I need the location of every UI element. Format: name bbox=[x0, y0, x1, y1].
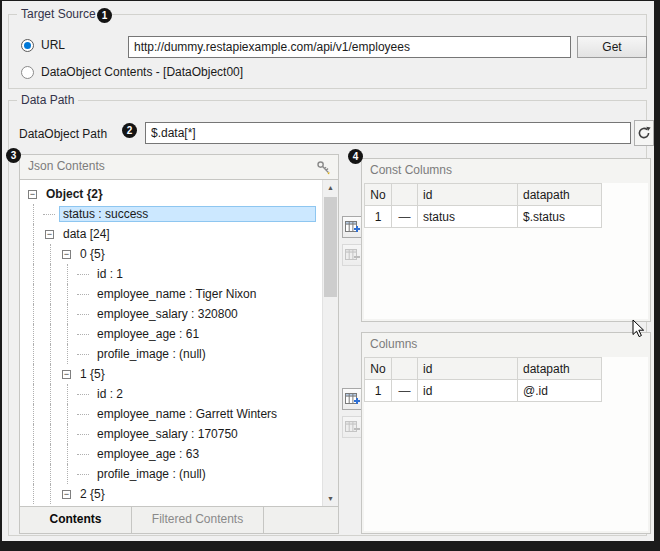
tree-item-label: employee_salary : 170750 bbox=[93, 426, 242, 442]
tree-guide-line bbox=[26, 484, 43, 504]
scroll-down-arrow[interactable]: ▼ bbox=[323, 491, 338, 506]
tree-guide-line bbox=[60, 344, 77, 364]
const-columns-title: Const Columns bbox=[370, 163, 452, 177]
const-columns-table-area: Noiddatapath1—status$.status bbox=[364, 183, 648, 319]
grid-cell: status bbox=[418, 206, 518, 228]
tree-item[interactable]: profile_image : (null) bbox=[26, 464, 318, 484]
tree-item[interactable]: employee_salary : 170750 bbox=[26, 424, 318, 444]
tree-item-label: profile_image : (null) bbox=[93, 466, 210, 482]
tree-item[interactable]: employee_name : Garrett Winters bbox=[26, 404, 318, 424]
scroll-up-arrow[interactable]: ▲ bbox=[323, 180, 338, 195]
tree-guide-line bbox=[60, 424, 77, 444]
url-radio-row: URL bbox=[21, 37, 65, 53]
tree-item-label: employee_name : Tiger Nixon bbox=[93, 286, 260, 302]
tree-expander-icon[interactable]: − bbox=[45, 230, 54, 239]
step-badge-3: 3 bbox=[6, 148, 21, 163]
tree-item[interactable]: profile_image : (null) bbox=[26, 344, 318, 364]
url-radio[interactable] bbox=[21, 39, 34, 52]
url-input[interactable] bbox=[128, 36, 571, 58]
grid-row[interactable]: 1—status$.status bbox=[365, 206, 602, 228]
grid-column-header[interactable] bbox=[392, 184, 418, 206]
tree-expander-icon[interactable]: − bbox=[62, 250, 71, 259]
tree-guide-line bbox=[43, 464, 60, 484]
tree-item[interactable]: employee_salary : 320800 bbox=[26, 304, 318, 324]
grid-cell: @.id bbox=[518, 380, 602, 402]
tree-item[interactable]: −2 {5} bbox=[26, 484, 318, 504]
json-contents-panel: Json Contents −Object {2}status : succes… bbox=[19, 154, 339, 534]
tree-guide-line bbox=[26, 344, 43, 364]
tree-marker: − bbox=[60, 244, 76, 264]
tree-item[interactable]: −1 {5} bbox=[26, 364, 318, 384]
dataobject-path-label: DataObject Path bbox=[19, 127, 107, 141]
tab-contents[interactable]: Contents bbox=[20, 507, 132, 533]
dataobject-path-input[interactable] bbox=[145, 122, 631, 144]
table-minus-icon bbox=[345, 421, 360, 434]
tree-item[interactable]: employee_age : 63 bbox=[26, 444, 318, 464]
table-plus-icon bbox=[345, 393, 360, 406]
tree-item[interactable]: employee_age : 61 bbox=[26, 324, 318, 344]
tree-scrollbar[interactable]: ▲ ▼ bbox=[322, 180, 338, 506]
tree-item-label: 2 {5} bbox=[76, 486, 109, 502]
tree-guide-line bbox=[60, 404, 77, 424]
grid-header-row: Noiddatapath bbox=[365, 358, 602, 380]
tree-connector bbox=[77, 264, 93, 284]
tree-expander-icon[interactable]: − bbox=[62, 370, 71, 379]
tree-guide-line bbox=[60, 264, 77, 284]
refresh-button[interactable] bbox=[634, 120, 654, 146]
tree-guide-line bbox=[43, 284, 60, 304]
tree-item[interactable]: −Object {2} bbox=[26, 184, 318, 204]
grid-column-header[interactable]: datapath bbox=[518, 358, 602, 380]
grid-column-header[interactable]: datapath bbox=[518, 184, 602, 206]
tree-connector bbox=[77, 444, 93, 464]
tree-item[interactable]: status : success bbox=[26, 204, 318, 224]
data-path-group: Data Path DataObject Path Json Contents bbox=[8, 100, 647, 536]
grid-column-header[interactable]: No bbox=[365, 358, 392, 380]
grid-header-row: Noiddatapath bbox=[365, 184, 602, 206]
tree-item[interactable]: id : 1 bbox=[26, 264, 318, 284]
tree-item-label: Object {2} bbox=[42, 186, 107, 202]
tree-item[interactable]: id : 2 bbox=[26, 384, 318, 404]
tree-expander-icon[interactable]: − bbox=[62, 490, 71, 499]
dialog-body: Target Source URL Get DataObject Content… bbox=[2, 1, 654, 541]
tree-guide-line bbox=[43, 444, 60, 464]
tree-guide-line bbox=[60, 324, 77, 344]
tree-guide-line bbox=[60, 304, 77, 324]
tree-guide-line bbox=[43, 424, 60, 444]
grid-column-header[interactable] bbox=[392, 358, 418, 380]
add-const-column-button[interactable] bbox=[342, 216, 363, 238]
grid-cell: — bbox=[392, 380, 418, 402]
table-plus-icon bbox=[345, 221, 360, 234]
add-column-button[interactable] bbox=[342, 388, 363, 410]
tree-guide-line bbox=[26, 364, 43, 384]
tab-filtered-contents[interactable]: Filtered Contents bbox=[132, 507, 264, 533]
tree-item[interactable]: employee_name : Tiger Nixon bbox=[26, 284, 318, 304]
tree-connector bbox=[77, 324, 93, 344]
dataobject-contents-radio[interactable] bbox=[21, 66, 34, 79]
tree-marker: − bbox=[60, 484, 76, 504]
grid-column-header[interactable]: id bbox=[418, 358, 518, 380]
grid-cell: id bbox=[418, 380, 518, 402]
scrollbar-thumb[interactable] bbox=[324, 197, 337, 297]
columns-grid: Noiddatapath1—id@.id bbox=[364, 357, 602, 402]
step-badge-4: 4 bbox=[348, 149, 363, 164]
tree-item-label: status : success bbox=[59, 206, 316, 222]
remove-const-column-button[interactable] bbox=[342, 244, 363, 266]
remove-column-button[interactable] bbox=[342, 416, 363, 438]
target-source-title: Target Source bbox=[17, 7, 100, 21]
tree-guide-line bbox=[26, 304, 43, 324]
tree-item-label: employee_age : 63 bbox=[93, 446, 203, 462]
table-minus-icon bbox=[345, 249, 360, 262]
tree-item-label: id : 2 bbox=[93, 386, 127, 402]
tree-item[interactable]: −0 {5} bbox=[26, 244, 318, 264]
tree-guide-line bbox=[26, 204, 43, 224]
get-button[interactable]: Get bbox=[577, 36, 647, 58]
tree-expander-icon[interactable]: − bbox=[28, 190, 37, 199]
grid-row[interactable]: 1—id@.id bbox=[365, 380, 602, 402]
key-icon[interactable] bbox=[315, 159, 331, 175]
grid-column-header[interactable]: No bbox=[365, 184, 392, 206]
tree-marker: − bbox=[43, 224, 59, 244]
step-badge-1: 1 bbox=[97, 8, 112, 23]
dataobject-radio-row: DataObject Contents - [DataObject00] bbox=[21, 64, 243, 80]
tree-item[interactable]: −data [24] bbox=[26, 224, 318, 244]
grid-column-header[interactable]: id bbox=[418, 184, 518, 206]
